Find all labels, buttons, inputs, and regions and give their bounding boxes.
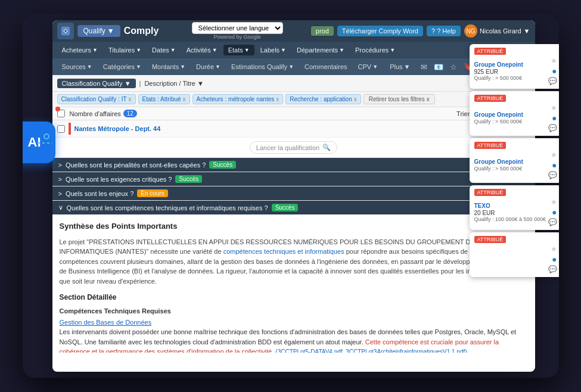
chevron-labels: ▼ bbox=[281, 47, 286, 53]
card-qualify-4: Qualify : 100 000€ à 500 000€ bbox=[474, 216, 546, 222]
filter-tag-acheteurs[interactable]: Acheteurs : métropole nantes x bbox=[192, 94, 284, 104]
filter-tag-x-3[interactable]: x bbox=[354, 96, 357, 102]
help-icon: ? bbox=[431, 27, 435, 35]
right-card-4[interactable]: ATTRIBUÉ TEXO 20 EUR Qualify : 100 000€ … bbox=[470, 185, 559, 230]
nav-montants[interactable]: Montants ▼ bbox=[147, 61, 190, 72]
attribue-badge-4: ATTRIBUÉ bbox=[474, 189, 507, 196]
retirer-x-icon: x bbox=[427, 96, 430, 102]
nav-sources[interactable]: Sources ▼ bbox=[57, 61, 97, 72]
nav-dates[interactable]: Dates ▼ bbox=[147, 45, 181, 55]
msg-icon-1: 💬 bbox=[548, 77, 557, 85]
msg-icon-4: 💬 bbox=[548, 218, 557, 226]
classification-qualify-btn[interactable]: Classification Qualify ▼ bbox=[57, 79, 136, 88]
svg-point-1 bbox=[64, 30, 67, 32]
result-checkbox[interactable] bbox=[57, 125, 65, 133]
nav-row-4: Classification Qualify ▼ | Description /… bbox=[52, 75, 535, 92]
qa-header-2[interactable]: > Quelle sont les exigences critiques ? … bbox=[52, 172, 535, 186]
card-title-4: TEXO bbox=[474, 203, 546, 209]
filter-tag-x-0[interactable]: x bbox=[129, 96, 132, 102]
qa-section-2: > Quelle sont les exigences critiques ? … bbox=[52, 172, 535, 186]
results-count: Nombre d'affaires 12 bbox=[70, 110, 137, 117]
star-icon-1[interactable]: ★ bbox=[551, 57, 557, 65]
card-price-4: 20 EUR bbox=[474, 210, 546, 216]
result-item-nantes[interactable]: Nantes Métropole - Dept. 44 bbox=[52, 120, 535, 138]
section-detailed-title: Section Détaillée bbox=[60, 292, 528, 303]
language-select[interactable]: Sélectionner une langue bbox=[192, 22, 283, 34]
user-name: Nicolas Girard bbox=[480, 27, 521, 35]
footnote-gestion-bdd[interactable]: (3CCTPLot5-DATAV4.pdf, 3CCTPLot3Architei… bbox=[275, 349, 467, 353]
env-badge: prod bbox=[311, 26, 334, 36]
nav-cpv[interactable]: CPV ▼ bbox=[353, 61, 383, 72]
results-count-badge: 12 bbox=[123, 110, 137, 117]
qa-header-1[interactable]: > Quelles sont les pénalités et sont-ell… bbox=[52, 158, 535, 172]
qa-header-4[interactable]: ∨ Quelles sont les compétences technique… bbox=[52, 201, 535, 214]
star-icon-3[interactable]: ★ bbox=[551, 151, 557, 159]
filter-tag-x-2[interactable]: x bbox=[276, 96, 279, 102]
filter-tag-x-1[interactable]: x bbox=[183, 96, 186, 102]
nav-acheteurs[interactable]: Acheteurs ▼ bbox=[57, 45, 102, 55]
mail-icon[interactable]: ✉ bbox=[418, 61, 430, 73]
qa-badge-1: Succès bbox=[209, 161, 236, 169]
main-content-area: Nantes Métropole - Dept. 44 Lancer la qu… bbox=[52, 120, 535, 353]
telecharger-button[interactable]: Télécharger Comply Word bbox=[337, 26, 423, 36]
nav-row-2: Acheteurs ▼ Titulaires ▼ Dates ▼ Activit… bbox=[52, 42, 535, 58]
nav-procedures[interactable]: Procédures ▼ bbox=[350, 45, 400, 55]
filter-tag-recherche[interactable]: Recherche : application x bbox=[285, 94, 361, 104]
nantes-title[interactable]: Nantes Métropole - Dept. 44 bbox=[74, 125, 161, 132]
help-button[interactable]: ? ? Help bbox=[427, 26, 461, 36]
qa-text-3: Quels sont les enjeux ? bbox=[66, 190, 133, 197]
card-title-2: Groupe Onepoint bbox=[474, 111, 523, 118]
right-cards-panel: ATTRIBUÉ Groupe Onepoint 925 EUR Qualify… bbox=[470, 44, 559, 277]
nav-commentaires[interactable]: Commentaires bbox=[300, 61, 352, 72]
results-header: Nombre d'affaires 12 Trier par 'Pertinen… bbox=[52, 107, 535, 120]
dot-dash bbox=[38, 142, 52, 144]
nav-duree[interactable]: Durée ▼ bbox=[191, 61, 225, 72]
nav-categories[interactable]: Catégories ▼ bbox=[98, 61, 146, 72]
analysis-intro: Le projet "PRESTATIONS INTELLECTUELLES E… bbox=[60, 237, 528, 287]
comply-title: Comply bbox=[124, 26, 159, 36]
nav-plus[interactable]: Plus ▼ bbox=[385, 61, 415, 72]
filter-tag-etats[interactable]: Etats : Attribué x bbox=[138, 94, 190, 104]
search-placeholder: Lancer la qualification bbox=[256, 144, 319, 151]
qa-header-3[interactable]: > Quels sont les enjeux ? En cours ⊕ bbox=[52, 186, 535, 200]
qualify-search-input[interactable]: Lancer la qualification 🔍 bbox=[250, 141, 337, 154]
qa-badge-2: Succès bbox=[175, 175, 202, 183]
email-icon[interactable]: 📧 bbox=[431, 61, 446, 73]
user-arrow: ▼ bbox=[524, 27, 530, 35]
right-card-2[interactable]: ATTRIBUÉ Groupe Onepoint Qualify : > 500… bbox=[470, 91, 559, 136]
dot-icon-5: ● bbox=[552, 254, 557, 264]
nav-activites[interactable]: Activités ▼ bbox=[182, 45, 222, 55]
right-card-3[interactable]: ATTRIBUÉ Groupe Onepoint Qualify : > 500… bbox=[470, 138, 559, 183]
star-icon-2[interactable]: ★ bbox=[551, 104, 557, 112]
star-icon-4[interactable]: ★ bbox=[551, 198, 557, 206]
chevron-etats: ▼ bbox=[244, 47, 250, 53]
nav-departements[interactable]: Départements ▼ bbox=[292, 45, 349, 55]
chevron-dates: ▼ bbox=[170, 47, 176, 53]
star-icon-5[interactable]: ★ bbox=[551, 245, 557, 253]
dot-red bbox=[55, 107, 60, 111]
qualify-arrow: ▼ bbox=[107, 27, 114, 35]
qa-arrow-3: > bbox=[58, 190, 62, 197]
right-card-5[interactable]: ATTRIBUÉ ★ ● 💬 bbox=[470, 232, 559, 277]
nav-labels[interactable]: Labels ▼ bbox=[256, 45, 291, 55]
powered-by-label: Powered by Google bbox=[214, 34, 261, 40]
qualify-search-bar: Lancer la qualification 🔍 bbox=[52, 138, 535, 158]
qualify-button[interactable]: Qualify ▼ bbox=[77, 25, 120, 37]
user-menu[interactable]: NG Nicolas Girard ▼ bbox=[464, 24, 530, 38]
retirer-tous-filtres-btn[interactable]: Retirer tous les filtres x bbox=[363, 94, 435, 104]
description-titre-btn[interactable]: Description / Titre ▼ bbox=[144, 80, 204, 87]
chevron-titulaires: ▼ bbox=[136, 47, 141, 53]
body-gestion-bdd: Les intervenants doivent posséder une bo… bbox=[60, 327, 528, 353]
right-card-1[interactable]: ATTRIBUÉ Groupe Onepoint 925 EUR Qualify… bbox=[470, 44, 559, 89]
link-gestion-bdd[interactable]: Gestion des Bases de Données bbox=[60, 318, 528, 328]
filter-tag-classification[interactable]: Classification Qualify : IT x bbox=[57, 94, 136, 104]
star-nav-icon[interactable]: ☆ bbox=[448, 61, 459, 73]
filter-tags-row: Classification Qualify : IT x Etats : At… bbox=[52, 92, 535, 107]
nav-estimations[interactable]: Estimations Qualify ▼ bbox=[226, 61, 299, 72]
attribue-badge-5: ATTRIBUÉ bbox=[474, 236, 507, 243]
msg-icon-5: 💬 bbox=[548, 265, 557, 273]
attribue-badge-3: ATTRIBUÉ bbox=[474, 142, 507, 149]
nav-titulaires[interactable]: Titulaires ▼ bbox=[104, 45, 146, 55]
qa-text-1: Quelles sont les pénalités et sont-elles… bbox=[66, 161, 206, 169]
nav-etats[interactable]: Etats ▼ bbox=[223, 45, 254, 55]
